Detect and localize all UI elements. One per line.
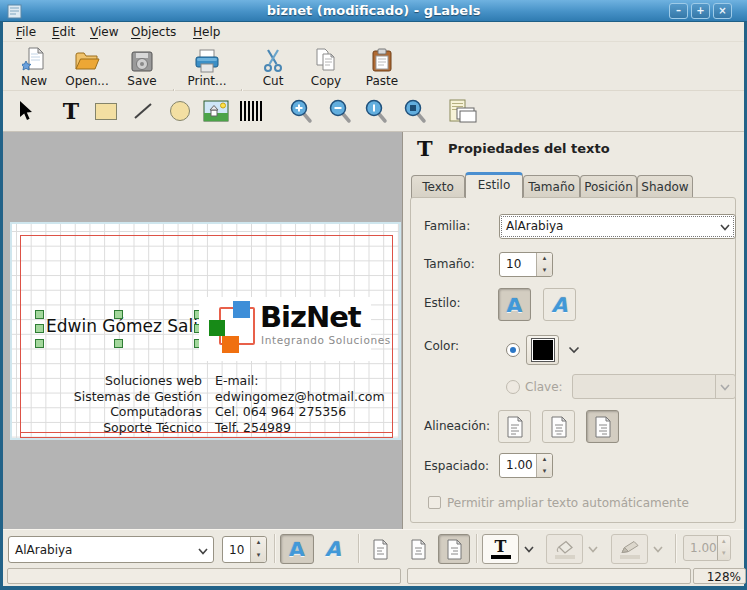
titlebar[interactable]: biznet (modificado) - gLabels – + × — [0, 0, 747, 22]
spin-up-arrow[interactable]: ▴ — [718, 536, 730, 548]
zoom-in-button[interactable] — [284, 94, 318, 128]
line-tool-button[interactable] — [126, 94, 160, 128]
maximize-button[interactable]: + — [691, 3, 710, 19]
main-toolbar: New Open... Save — [3, 42, 744, 91]
font-size-value-bottom: 10 — [223, 537, 250, 562]
pencil-icon — [620, 540, 640, 554]
close-button[interactable]: × — [713, 3, 732, 19]
line-width-spinner[interactable]: 1.00 ▴▾ — [683, 535, 731, 561]
line-color-button[interactable] — [611, 534, 648, 564]
align-right-button-bottom[interactable] — [438, 534, 470, 564]
selection-handle[interactable] — [35, 324, 44, 333]
spin-up-arrow[interactable]: ▴ — [251, 537, 266, 550]
selection-handle[interactable] — [35, 310, 44, 319]
text-tool-button[interactable]: T — [54, 94, 88, 128]
tab-texto[interactable]: Texto — [411, 175, 465, 198]
color-radio[interactable] — [506, 343, 520, 357]
cut-button[interactable]: Cut — [251, 45, 295, 89]
font-size-value: 10 — [500, 253, 536, 276]
align-left-button[interactable] — [498, 410, 531, 443]
selection-box — [39, 314, 199, 344]
logo-brand-text: BizNet — [260, 300, 361, 334]
italic-button[interactable]: A — [543, 288, 576, 321]
bold-button[interactable]: A — [498, 288, 531, 321]
text-properties-panel: T Propiedades del texto Texto Estilo Tam… — [403, 132, 744, 529]
selection-handle[interactable] — [114, 339, 123, 348]
print-button[interactable]: Print... — [181, 45, 233, 89]
bold-button-bottom[interactable]: A — [280, 534, 314, 564]
spin-up-arrow[interactable]: ▴ — [537, 454, 552, 466]
box-tool-button[interactable] — [89, 94, 123, 128]
card-contact-text-object[interactable]: E-mail: edwingomez@hotmail.com Cel. 064 … — [215, 373, 400, 435]
minimize-button[interactable]: – — [669, 3, 688, 19]
zoom-out-button[interactable] — [323, 94, 357, 128]
tab-shadow[interactable]: Shadow — [637, 175, 693, 198]
menu-help[interactable]: Help — [187, 24, 226, 41]
service-line: Soluciones web — [32, 373, 202, 389]
line-spacing-spinner[interactable]: 1.00 ▴▾ — [499, 453, 553, 478]
contact-line: edwingomez@hotmail.com — [215, 389, 400, 405]
menu-edit[interactable]: Edit — [46, 24, 81, 41]
new-document-icon — [22, 47, 46, 73]
chevron-down-icon — [720, 224, 730, 231]
font-size-spinner-bottom[interactable]: 10 ▴▾ — [222, 536, 267, 563]
fill-color-button[interactable] — [546, 534, 583, 564]
save-button[interactable]: Save — [119, 45, 165, 89]
open-button-label: Open... — [65, 74, 109, 88]
menu-view[interactable]: View — [84, 24, 124, 41]
menu-file[interactable]: File — [10, 24, 42, 41]
label-card[interactable]: Edwin Gómez Salinas B — [10, 222, 401, 440]
new-button-label: New — [21, 74, 47, 88]
spin-down-arrow[interactable]: ▾ — [718, 548, 730, 560]
menu-objects[interactable]: Objects — [125, 24, 182, 41]
new-button[interactable]: New — [11, 45, 57, 89]
zoom-100-button[interactable] — [359, 94, 393, 128]
tab-posicion[interactable]: Posición — [580, 175, 637, 198]
menubar: File Edit View Objects Help — [3, 22, 744, 42]
logo-tagline-text: Integrando Soluciones — [261, 334, 391, 346]
image-tool-button[interactable] — [199, 94, 233, 128]
font-size-spinner[interactable]: 10 ▴▾ — [499, 252, 553, 277]
spin-down-arrow[interactable]: ▾ — [537, 466, 552, 478]
biznet-logo-object[interactable]: BizNet Integrando Soluciones — [199, 297, 371, 361]
italic-button-bottom[interactable]: A — [316, 534, 350, 564]
color-chevron-down-icon[interactable] — [568, 346, 580, 354]
tab-estilo[interactable]: Estilo — [465, 172, 523, 198]
ellipse-icon — [170, 101, 190, 121]
selection-handle[interactable] — [35, 339, 44, 348]
zoom-100-icon — [364, 98, 388, 124]
align-left-button-bottom[interactable] — [364, 534, 396, 564]
align-center-button[interactable] — [542, 410, 575, 443]
line-color-chevron-button[interactable] — [649, 534, 667, 564]
spin-down-arrow[interactable]: ▾ — [251, 550, 266, 563]
selection-handle[interactable] — [114, 310, 123, 319]
merge-properties-button[interactable] — [446, 94, 480, 128]
card-services-text-object[interactable]: Soluciones web Sistemas de Gestión Compu… — [32, 373, 202, 435]
text-color-button-bottom[interactable]: T — [482, 534, 519, 564]
align-center-button-bottom[interactable] — [402, 534, 434, 564]
paste-button[interactable]: Paste — [357, 45, 407, 89]
open-button[interactable]: Open... — [61, 45, 113, 89]
fill-color-chevron-button[interactable] — [584, 534, 602, 564]
clave-radio[interactable] — [506, 380, 520, 394]
zoom-fit-button[interactable] — [398, 94, 432, 128]
tab-tamano[interactable]: Tamaño — [523, 175, 580, 198]
font-family-combobox-bottom[interactable]: AlArabiya — [8, 536, 214, 563]
barcode-tool-button[interactable] — [234, 94, 268, 128]
align-right-button[interactable] — [586, 410, 619, 443]
spin-up-arrow[interactable]: ▴ — [537, 253, 552, 265]
copy-button[interactable]: Copy — [301, 45, 351, 89]
font-family-value: AlArabiya — [506, 219, 563, 233]
ellipse-tool-button[interactable] — [163, 94, 197, 128]
font-family-combobox[interactable]: AlArabiya — [499, 214, 736, 239]
autofit-checkbox[interactable] — [428, 496, 441, 509]
fill-bucket-icon — [555, 540, 575, 554]
line-width-value: 1.00 — [684, 536, 717, 560]
spin-down-arrow[interactable]: ▾ — [537, 265, 552, 277]
color-label: Color: — [424, 339, 459, 353]
clave-combobox[interactable] — [572, 374, 736, 399]
text-color-swatch-button[interactable] — [526, 335, 559, 365]
select-tool-button[interactable] — [8, 94, 42, 128]
design-canvas[interactable]: Edwin Gómez Salinas B — [3, 132, 402, 529]
text-color-chevron-button[interactable] — [520, 534, 538, 564]
